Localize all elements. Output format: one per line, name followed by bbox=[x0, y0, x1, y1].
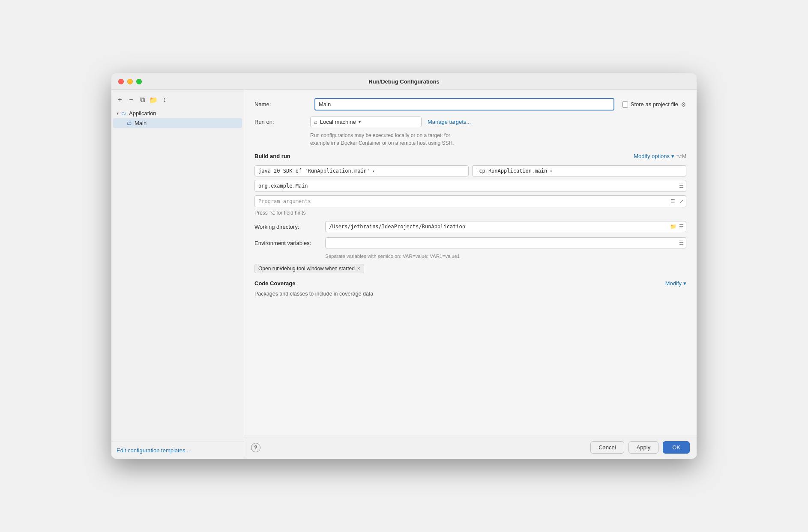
bottom-bar: ? Cancel Apply OK bbox=[244, 436, 697, 459]
ok-button[interactable]: OK bbox=[663, 441, 690, 454]
store-project-gear-icon[interactable]: ⚙ bbox=[681, 101, 686, 108]
modify-options-label: Modify options bbox=[634, 153, 670, 159]
run-debug-dialog: Run/Debug Configurations + − ⧉ 📁 ↕ ▾ 🗂 A… bbox=[111, 73, 697, 459]
name-label: Name: bbox=[254, 101, 310, 108]
working-directory-label: Working directory: bbox=[254, 224, 325, 230]
main-content: Name: Store as project file ⚙ Run on: ⌂ … bbox=[244, 90, 697, 436]
store-project-file-checkbox[interactable] bbox=[622, 102, 628, 108]
env-variables-label: Environment variables: bbox=[254, 240, 325, 246]
working-directory-buttons: 📁 ☰ bbox=[669, 223, 685, 230]
store-project-file-row: Store as project file ⚙ bbox=[622, 101, 686, 108]
minimize-window-button[interactable] bbox=[127, 79, 133, 84]
working-directory-input-wrap: 📁 ☰ bbox=[325, 221, 686, 232]
working-directory-folder-icon-button[interactable]: 📁 bbox=[669, 223, 677, 230]
sort-config-button[interactable]: ↕ bbox=[159, 95, 170, 105]
program-args-hint: Press ⌥ for field hints bbox=[254, 210, 686, 216]
env-variables-row: Environment variables: ☰ bbox=[254, 237, 686, 248]
maximize-window-button[interactable] bbox=[136, 79, 142, 84]
main-panel: Name: Store as project file ⚙ Run on: ⌂ … bbox=[244, 90, 697, 459]
tag-row: Open run/debug tool window when started … bbox=[254, 264, 686, 273]
copy-config-button[interactable]: ⧉ bbox=[137, 95, 147, 105]
working-directory-list-icon-button[interactable]: ☰ bbox=[678, 223, 685, 230]
code-coverage-modify-chevron-icon: ▾ bbox=[683, 280, 686, 287]
tag-close-button[interactable]: × bbox=[357, 266, 360, 271]
apply-button[interactable]: Apply bbox=[628, 441, 659, 454]
sdk-value: java 20 SDK of 'RunApplication.main' bbox=[258, 168, 370, 174]
code-coverage-header: Code Coverage Modify ▾ bbox=[254, 280, 686, 287]
program-args-input[interactable] bbox=[254, 195, 686, 207]
sdk-cp-row: java 20 SDK of 'RunApplication.main' ▾ -… bbox=[254, 165, 686, 176]
program-args-expand-icon-button[interactable]: ☰ bbox=[670, 197, 676, 205]
program-args-list-icon-button[interactable]: ⤢ bbox=[679, 197, 685, 205]
env-variables-input-wrap: ☰ bbox=[325, 237, 686, 248]
open-debug-window-tag: Open run/debug tool window when started … bbox=[254, 264, 364, 273]
env-variables-list-icon-button[interactable]: ☰ bbox=[678, 239, 685, 247]
program-args-row: ☰ ⤢ bbox=[254, 195, 686, 207]
sidebar-toolbar: + − ⧉ 📁 ↕ bbox=[111, 93, 244, 108]
sidebar-item-main[interactable]: 🗂 Main bbox=[113, 118, 242, 128]
modify-options-chevron-icon: ▾ bbox=[671, 153, 674, 159]
main-config-icon: 🗂 bbox=[127, 120, 132, 126]
main-class-input[interactable] bbox=[254, 180, 686, 192]
code-coverage-modify-label: Modify bbox=[665, 280, 682, 287]
add-config-button[interactable]: + bbox=[115, 95, 125, 105]
build-run-title: Build and run bbox=[254, 153, 290, 159]
application-label: Application bbox=[129, 110, 156, 117]
store-project-file-label: Store as project file bbox=[631, 101, 678, 108]
sidebar: + − ⧉ 📁 ↕ ▾ 🗂 Application 🗂 Main Edit co… bbox=[111, 90, 244, 459]
help-button[interactable]: ? bbox=[251, 443, 260, 452]
run-on-hint-line1: Run configurations may be executed local… bbox=[310, 132, 686, 139]
run-on-row: Run on: ⌂ Local machine ▾ Manage targets… bbox=[254, 117, 686, 127]
sdk-dropdown[interactable]: java 20 SDK of 'RunApplication.main' ▾ bbox=[254, 165, 469, 176]
folder-config-button[interactable]: 📁 bbox=[148, 95, 159, 105]
manage-targets-link[interactable]: Manage targets... bbox=[428, 119, 471, 125]
title-bar: Run/Debug Configurations bbox=[111, 73, 697, 90]
home-icon: ⌂ bbox=[314, 119, 317, 125]
main-class-list-icon-button[interactable]: ☰ bbox=[678, 182, 685, 190]
dropdown-arrow-icon: ▾ bbox=[359, 120, 361, 124]
cancel-button[interactable]: Cancel bbox=[590, 441, 624, 454]
main-class-row: ☰ bbox=[254, 180, 686, 192]
code-coverage-title: Code Coverage bbox=[254, 280, 295, 287]
dialog-title: Run/Debug Configurations bbox=[368, 78, 439, 85]
main-item-label: Main bbox=[135, 120, 147, 126]
cp-dropdown[interactable]: -cp RunApplication.main ▾ bbox=[472, 165, 686, 176]
window-controls bbox=[118, 79, 142, 84]
env-variables-hint: Separate variables with semicolon: VAR=v… bbox=[325, 254, 686, 259]
env-variables-input[interactable] bbox=[325, 237, 686, 248]
run-on-hint-line2: example in a Docker Container or on a re… bbox=[310, 139, 686, 147]
env-variables-buttons: ☰ bbox=[678, 239, 685, 247]
remove-config-button[interactable]: − bbox=[126, 95, 136, 105]
edit-templates-link[interactable]: Edit configuration templates... bbox=[117, 447, 190, 454]
build-run-section-header: Build and run Modify options ▾ ⌥M bbox=[254, 153, 686, 159]
working-directory-row: Working directory: 📁 ☰ bbox=[254, 221, 686, 232]
local-machine-label: Local machine bbox=[320, 119, 356, 125]
sdk-dropdown-arrow-icon: ▾ bbox=[372, 169, 375, 173]
run-on-dropdown[interactable]: ⌂ Local machine ▾ bbox=[310, 117, 422, 127]
name-input[interactable] bbox=[314, 98, 614, 111]
name-row: Name: Store as project file ⚙ bbox=[254, 98, 686, 111]
coverage-hint: Packages and classes to include in cover… bbox=[254, 291, 686, 297]
modify-options-button[interactable]: Modify options ▾ bbox=[634, 153, 674, 159]
cp-value: -cp RunApplication.main bbox=[476, 168, 547, 174]
close-window-button[interactable] bbox=[118, 79, 124, 84]
working-directory-input[interactable] bbox=[325, 221, 686, 232]
modify-shortcut-hint: ⌥M bbox=[676, 153, 686, 159]
code-coverage-modify-button[interactable]: Modify ▾ bbox=[665, 280, 686, 287]
config-tree: ▾ 🗂 Application 🗂 Main bbox=[111, 108, 244, 442]
cp-dropdown-arrow-icon: ▾ bbox=[550, 169, 552, 173]
code-coverage-section: Code Coverage Modify ▾ Packages and clas… bbox=[254, 280, 686, 297]
sidebar-item-application[interactable]: ▾ 🗂 Application bbox=[111, 108, 244, 118]
sidebar-footer: Edit configuration templates... bbox=[111, 442, 244, 459]
application-folder-icon: 🗂 bbox=[121, 111, 126, 117]
collapse-arrow-icon: ▾ bbox=[117, 111, 119, 116]
action-buttons: Cancel Apply OK bbox=[590, 441, 690, 454]
dialog-content: + − ⧉ 📁 ↕ ▾ 🗂 Application 🗂 Main Edit co… bbox=[111, 90, 697, 459]
tag-label: Open run/debug tool window when started bbox=[258, 266, 355, 272]
run-on-label: Run on: bbox=[254, 119, 310, 125]
run-on-hint: Run configurations may be executed local… bbox=[310, 132, 686, 147]
